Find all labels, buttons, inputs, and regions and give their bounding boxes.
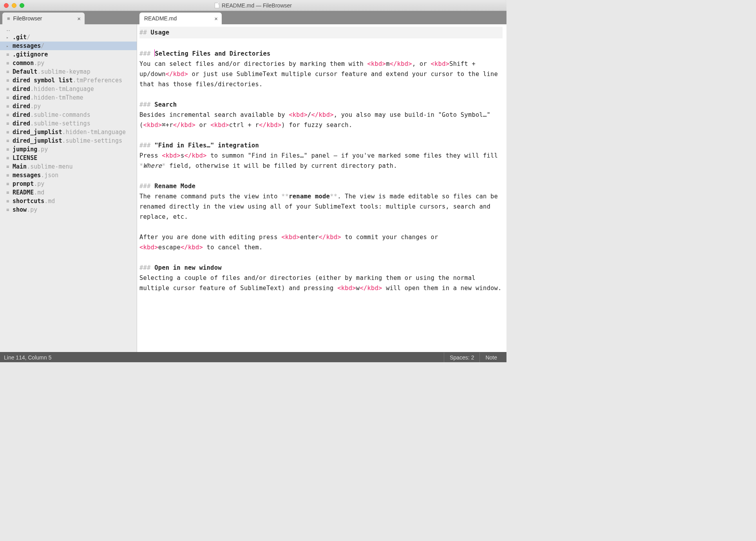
file-glyph-icon: ≡ — [6, 164, 13, 169]
file-row[interactable]: ≡dired.sublime-commands — [0, 111, 137, 119]
window-title: README.md — FileBrowser — [222, 2, 292, 9]
file-extension: .json — [41, 172, 58, 179]
file-row[interactable]: ▸.git/ — [0, 33, 137, 42]
parent-dir-row[interactable]: ‥ — [0, 25, 137, 33]
kbd-key: s — [181, 152, 184, 159]
file-row[interactable]: ▸messages/ — [0, 42, 137, 50]
kbd-tag: </kbd> — [360, 285, 382, 292]
syntax-setting[interactable]: Note — [479, 352, 503, 362]
kbd-key: ctrl + r — [229, 122, 259, 129]
heading-selecting: Selecting Files and Directories — [155, 50, 271, 57]
cursor-position[interactable]: Line 114, Column 5 — [4, 354, 444, 361]
body-text: to cancel them. — [203, 244, 263, 251]
strong-text: rename mode — [289, 193, 330, 200]
file-glyph-icon: ≡ — [6, 190, 13, 195]
body-text: to commit your changes or — [341, 234, 442, 241]
kbd-tag: <kbd> — [162, 152, 181, 159]
heading-usage: Usage — [151, 29, 170, 36]
body-text: , or — [412, 60, 431, 67]
file-row[interactable]: ≡Main.sublime-menu — [0, 162, 137, 171]
file-row[interactable]: ≡dired_jumplist.sublime-settings — [0, 136, 137, 145]
hamburger-icon: ≡ — [7, 16, 10, 22]
file-row[interactable]: ≡dired.sublime-settings — [0, 119, 137, 128]
file-glyph-icon: ≡ — [6, 78, 13, 83]
file-glyph-icon: ≡ — [6, 147, 13, 152]
file-name: shortcuts — [13, 198, 44, 205]
kbd-tag: <kbd> — [281, 234, 300, 241]
maximize-icon[interactable] — [20, 3, 24, 8]
file-glyph-icon: ≡ — [6, 52, 13, 57]
emphasis-text: Where — [143, 162, 162, 169]
file-extension: .hidden-tmLanguage — [62, 129, 126, 136]
file-browser-sidebar[interactable]: ‥ ▸.git/▸messages/≡.gitignore≡common.py≡… — [0, 24, 137, 352]
file-name: dired — [13, 103, 30, 110]
kbd-key: m — [386, 60, 390, 67]
file-name: dired — [13, 111, 30, 118]
editor-area[interactable]: ## Usage ### Selecting Files and Directo… — [137, 24, 506, 352]
file-name: dired — [13, 94, 30, 101]
tab-label: README.md — [144, 15, 177, 22]
tab-label: FileBrowser — [13, 15, 42, 22]
file-row[interactable]: ≡dired_jumplist.hidden-tmLanguage — [0, 128, 137, 136]
body-text: Press — [139, 152, 162, 159]
file-glyph-icon: ≡ — [6, 121, 13, 126]
file-row[interactable]: ≡dired.hidden-tmTheme — [0, 93, 137, 102]
file-extension: / — [27, 34, 30, 41]
kbd-tag: <kbd> — [289, 111, 307, 118]
file-extension: .md — [44, 198, 55, 205]
file-row[interactable]: ≡.gitignore — [0, 50, 137, 59]
close-icon[interactable] — [4, 3, 9, 8]
file-name: Default — [13, 68, 37, 75]
file-name: common — [13, 60, 34, 67]
markdown-hash: ### — [139, 183, 154, 190]
indentation-setting[interactable]: Spaces: 2 — [444, 352, 479, 362]
file-name: .git — [13, 34, 27, 41]
file-glyph-icon: ≡ — [6, 60, 13, 66]
file-extension: .py — [34, 180, 44, 187]
heading-search: Search — [154, 101, 177, 108]
kbd-tag: <kbd> — [139, 244, 158, 251]
file-name: show — [13, 206, 27, 213]
file-row[interactable]: ≡common.py — [0, 59, 137, 67]
file-row[interactable]: ≡dired.hidden-tmLanguage — [0, 85, 137, 93]
kbd-key: enter — [300, 234, 319, 241]
minimize-icon[interactable] — [12, 3, 16, 8]
kbd-tag: </kbd> — [181, 244, 203, 251]
file-name: .gitignore — [13, 51, 48, 58]
kbd-tag: </kbd> — [166, 71, 188, 78]
file-row[interactable]: ≡show.py — [0, 205, 137, 214]
body-text: After you are done with editing press — [139, 234, 281, 241]
body-text: will open them in a new window. — [382, 285, 502, 292]
file-extension: .sublime-settings — [30, 120, 90, 127]
close-tab-icon[interactable]: × — [214, 15, 218, 22]
tab-filebrowser[interactable]: ≡ FileBrowser × — [2, 13, 85, 24]
markdown-hash: ### — [139, 50, 154, 57]
file-extension: .py — [30, 103, 41, 110]
titlebar: README.md — FileBrowser — [0, 0, 506, 11]
file-name: messages — [13, 42, 41, 49]
kbd-tag: <kbd> — [337, 285, 356, 292]
file-row[interactable]: ≡dired.py — [0, 102, 137, 111]
file-row[interactable]: ≡shortcuts.md — [0, 197, 137, 205]
status-bar: Line 114, Column 5 Spaces: 2 Note — [0, 352, 506, 362]
tab-readme[interactable]: README.md × — [139, 13, 222, 24]
file-extension: .py — [37, 146, 48, 153]
file-row[interactable]: ≡LICENSE — [0, 154, 137, 162]
file-glyph-icon: ≡ — [6, 129, 13, 135]
file-row[interactable]: ≡Default.sublime-keymap — [0, 67, 137, 76]
file-row[interactable]: ≡dired symbol list.tmPreferences — [0, 76, 137, 85]
kbd-tag: </kbd> — [311, 111, 334, 118]
kbd-tag: <kbd> — [143, 122, 162, 129]
file-row[interactable]: ≡README.md — [0, 188, 137, 197]
file-extension: .tmPreferences — [73, 77, 122, 84]
file-extension: / — [41, 42, 44, 49]
file-row[interactable]: ≡prompt.py — [0, 180, 137, 188]
body-text: ) for fuzzy search. — [281, 122, 352, 129]
close-tab-icon[interactable]: × — [77, 15, 81, 22]
file-row[interactable]: ≡messages.json — [0, 171, 137, 180]
kbd-tag: </kbd> — [184, 152, 206, 159]
markdown-hash: ## — [139, 29, 151, 36]
file-row[interactable]: ≡jumping.py — [0, 145, 137, 154]
markdown-star: * — [162, 162, 166, 169]
kbd-tag: <kbd> — [367, 60, 386, 67]
